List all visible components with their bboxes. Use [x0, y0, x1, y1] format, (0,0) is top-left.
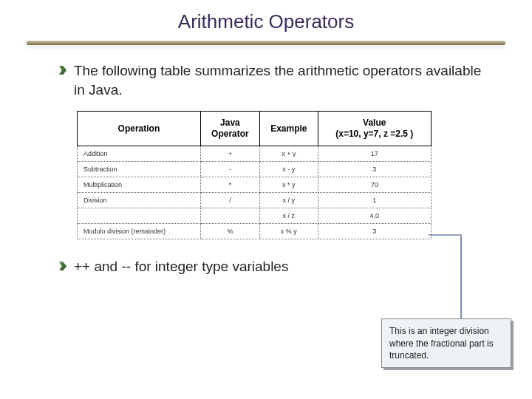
cell-value: 3: [318, 224, 431, 239]
col-operation: Operation: [78, 112, 201, 146]
cell-operation: [78, 208, 201, 224]
cell-value: 4.0: [318, 208, 431, 224]
cell-operator: -: [200, 162, 259, 177]
cell-value: 70: [318, 177, 431, 193]
cell-operation: Subtraction: [78, 162, 201, 177]
cell-operator: /: [200, 193, 259, 208]
cell-operation: Multiplication: [78, 177, 201, 193]
cell-operator: %: [200, 224, 259, 239]
bullet-text: ++ and -- for integer type variables: [74, 257, 288, 276]
cell-example: x * y: [260, 177, 318, 193]
bullet-icon: [59, 66, 66, 75]
col-value: Value (x=10, y=7, z =2.5 ): [318, 112, 431, 146]
cell-operation: Modulo division (remainder): [78, 224, 201, 239]
cell-operation: Addition: [78, 146, 201, 162]
table-header-row: Operation Java Operator Example Value (x…: [78, 112, 432, 146]
cell-example: x + y: [260, 146, 318, 162]
bullet-text: The following table summarizes the arith…: [74, 61, 488, 99]
table-row: Modulo division (remainder) % x % y 3: [78, 224, 432, 239]
callout-note: This is an integer division where the fr…: [381, 318, 511, 368]
bullet-icon: [59, 262, 66, 270]
table-row: Division / x / y 1: [78, 193, 432, 208]
cell-operator: [200, 208, 259, 224]
page-title: Arithmetic Operators: [0, 10, 532, 33]
cell-example: x - y: [260, 162, 318, 177]
table-row: Multiplication * x * y 70: [78, 177, 432, 193]
cell-operator: +: [200, 146, 259, 162]
bullet-item-intro: The following table summarizes the arith…: [59, 61, 488, 99]
cell-example: x / z: [260, 208, 318, 224]
table-row: Subtraction - x - y 3: [78, 162, 432, 177]
col-operator: Java Operator: [200, 112, 259, 146]
cell-value: 17: [318, 146, 431, 162]
cell-value: 3: [318, 162, 431, 177]
cell-operation: Division: [78, 193, 201, 208]
col-example: Example: [260, 112, 318, 146]
cell-example: x / y: [260, 193, 318, 208]
cell-value: 1: [318, 193, 431, 208]
operators-table: Operation Java Operator Example Value (x…: [77, 111, 432, 239]
bullet-item-incr: ++ and -- for integer type variables: [59, 257, 488, 276]
table-row: Addition + x + y 17: [78, 146, 432, 162]
cell-operator: *: [200, 177, 259, 193]
cell-example: x % y: [260, 224, 318, 239]
table-row: x / z 4.0: [78, 208, 432, 224]
content-area: The following table summarizes the arith…: [0, 45, 532, 276]
